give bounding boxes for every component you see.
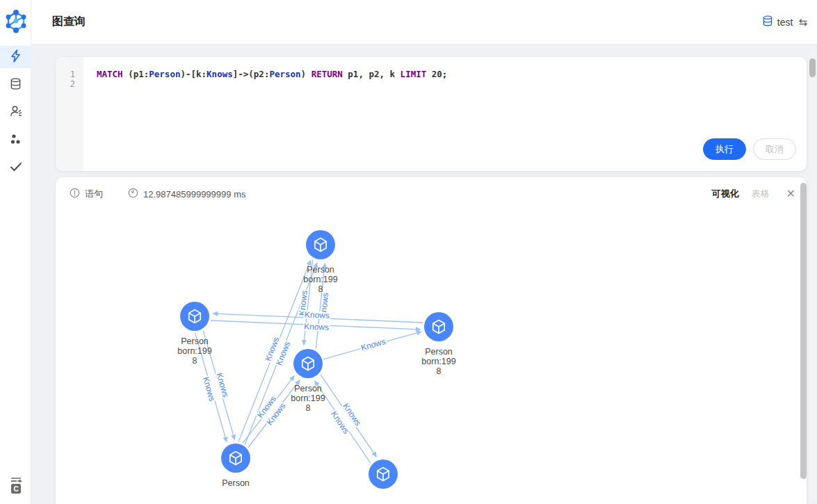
app-logo <box>4 8 28 35</box>
edge-label: Knows <box>201 375 217 403</box>
close-icon[interactable]: ✕ <box>786 188 795 200</box>
edge-label: Knows <box>304 321 330 332</box>
node-label: born:199 <box>177 346 211 356</box>
sidebar-item-user-search[interactable] <box>0 101 31 124</box>
node-label: Person <box>294 384 322 393</box>
page-scrollbar-track <box>809 49 816 501</box>
graph-node[interactable]: Personborn:1998 <box>177 302 211 366</box>
database-icon <box>10 78 22 92</box>
line-number: 1 <box>56 70 83 79</box>
sidebar-item-check[interactable] <box>0 157 31 179</box>
edge-arrowhead <box>231 434 236 441</box>
edge-arrowhead <box>212 311 218 316</box>
edge-arrowhead <box>302 340 307 346</box>
switch-database-icon[interactable]: ⇆ <box>798 16 807 29</box>
node-label: Person <box>222 478 250 488</box>
sidebar-item-database[interactable] <box>0 74 31 96</box>
edge-label: Knows <box>214 372 230 399</box>
results-header: 语句 12.987485999999999 ms 可视化 表格 ✕ <box>56 177 807 211</box>
current-database-name[interactable]: test <box>777 17 793 28</box>
cluster-icon <box>10 133 22 148</box>
check-icon <box>10 162 22 174</box>
run-button[interactable]: 执行 <box>703 138 746 160</box>
page-title: 图查询 <box>52 15 86 29</box>
node-label: 8 <box>306 403 311 413</box>
sidebar-item-cluster[interactable] <box>0 129 31 152</box>
main-content: 1 2 MATCH (p1:Person)-[k:Knows]->(p2:Per… <box>31 44 817 504</box>
timer-icon <box>128 188 138 201</box>
edge-label: Knows <box>305 309 330 320</box>
editor-line-numbers: 1 2 <box>56 57 83 171</box>
graph-node[interactable] <box>369 460 398 489</box>
node-label: born:199 <box>291 393 325 403</box>
console-icon[interactable]: C <box>8 476 24 497</box>
edge-arrowhead <box>223 437 228 443</box>
top-header: 图查询 test ⇆ <box>31 0 817 44</box>
graph-canvas[interactable]: KnowsKnowsKnowsKnowsKnowsKnowsKnowsKnows… <box>56 177 807 504</box>
query-editor-card: 1 2 MATCH (p1:Person)-[k:Knows]->(p2:Per… <box>56 57 807 171</box>
graph-node[interactable]: Personborn:1998 <box>291 349 325 413</box>
results-panel: KnowsKnowsKnowsKnowsKnowsKnowsKnowsKnows… <box>56 177 807 504</box>
node-label: 8 <box>318 284 323 294</box>
node-label: Person <box>425 347 453 357</box>
svg-text:C: C <box>13 485 18 493</box>
edge-arrowhead <box>371 451 376 457</box>
graph-node[interactable]: Personborn:1998 <box>421 312 455 376</box>
tab-table[interactable]: 表格 <box>752 188 770 200</box>
results-scrollbar[interactable] <box>800 183 807 479</box>
query-duration: 12.987485999999999 ms <box>143 189 245 200</box>
node-label: born:199 <box>421 357 455 366</box>
lightning-icon <box>10 49 22 65</box>
edge-label: Knows <box>360 336 387 352</box>
exclamation-circle-icon <box>70 188 80 201</box>
graph-node[interactable]: Person <box>221 444 250 488</box>
tab-visualization[interactable]: 可视化 <box>712 188 739 200</box>
page-scrollbar-thumb[interactable] <box>809 58 816 77</box>
cancel-button[interactable]: 取消 <box>753 138 796 160</box>
node-label: 8 <box>437 366 442 376</box>
database-selector-icon <box>762 15 773 29</box>
left-sidebar: C <box>0 0 31 504</box>
node-label: 8 <box>193 356 197 366</box>
query-code-input[interactable]: MATCH (p1:Person)-[k:Knows]->(p2:Person)… <box>83 70 807 79</box>
user-search-icon <box>10 105 22 120</box>
node-label: Person <box>181 336 209 346</box>
statement-label: 语句 <box>85 188 103 200</box>
node-label: Person <box>307 265 334 275</box>
node-label: born:199 <box>303 275 337 284</box>
sidebar-item-query[interactable] <box>0 46 31 68</box>
edge-arrowhead <box>289 375 295 382</box>
edge-arrowhead <box>416 330 422 335</box>
line-number: 2 <box>56 79 83 89</box>
